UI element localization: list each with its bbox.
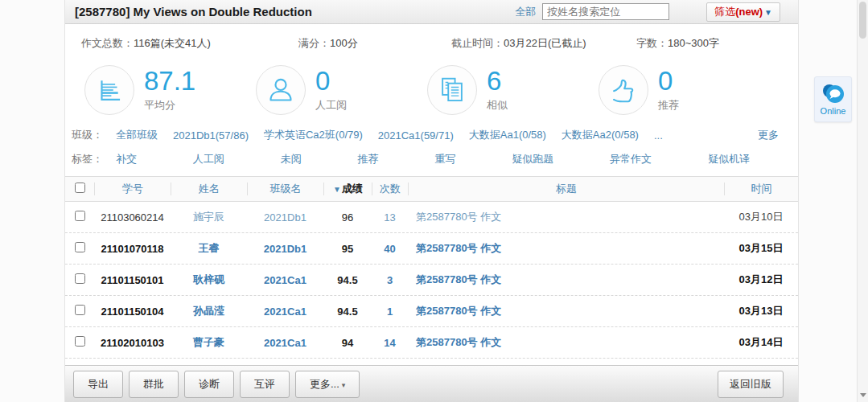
tag-filter-manual-review[interactable]: 人工阅: [193, 152, 224, 166]
manual-review-icon: [256, 65, 306, 115]
row-checkbox[interactable]: [75, 305, 85, 315]
stat-manual-review: 0人工阅: [256, 65, 427, 115]
score-value: 94.5: [323, 306, 372, 318]
student-id: 21102010103: [94, 337, 171, 349]
student-name-link[interactable]: 曹子豪: [193, 336, 224, 348]
essay-title-link[interactable]: 第2587780号 作文: [416, 211, 501, 223]
back-to-old-version-button[interactable]: 返回旧版: [718, 371, 784, 398]
class-filter-item[interactable]: 学术英语Ca2班(0/79): [264, 128, 363, 142]
recommend-value: 0: [658, 68, 679, 95]
submit-time: 03月15日: [724, 241, 798, 256]
tag-filter-abnormal[interactable]: 异常作文: [610, 152, 652, 166]
class-filter-item[interactable]: 2021Db1(57/86): [173, 129, 249, 142]
class-filter-all[interactable]: 全部班级: [116, 128, 158, 142]
average-score-icon: [84, 65, 134, 115]
table-row[interactable]: 21102010103 曹子豪 2021Ca1 94 14 第2587780号 …: [65, 327, 798, 359]
header-attempts[interactable]: 次数: [372, 183, 408, 195]
row-checkbox[interactable]: [75, 211, 85, 221]
student-id: 21101150104: [94, 306, 171, 318]
header-name[interactable]: 姓名: [171, 183, 247, 195]
class-name-link[interactable]: 2021Db1: [264, 211, 306, 224]
tag-row-label: 标签：: [72, 152, 103, 166]
table-row[interactable]: 21101150104 孙晶滢 2021Ca1 94.5 1 第2587780号…: [65, 296, 798, 327]
essay-title-link[interactable]: 第2587780号 作文: [416, 305, 501, 317]
attempts-link[interactable]: 13: [384, 211, 395, 224]
summary-total: 作文总数：116篇(未交41人): [81, 36, 298, 51]
class-name-link[interactable]: 2021Db1: [264, 243, 306, 255]
summary-full-score: 满分：100分: [298, 36, 451, 51]
student-name-link[interactable]: 孙晶滢: [193, 305, 224, 317]
class-filter-item[interactable]: 大数据Aa2(0/58): [562, 128, 639, 142]
essay-title-link[interactable]: 第2587780号 作文: [416, 273, 501, 285]
vertical-scrollbar[interactable]: [857, 0, 868, 402]
student-name-link[interactable]: 施宇辰: [193, 211, 224, 223]
submit-time: 03月12日: [724, 273, 798, 287]
peer-review-button[interactable]: 互评: [240, 371, 290, 398]
essay-title-link[interactable]: 第2587780号 作文: [416, 336, 501, 348]
tag-filter-offtopic[interactable]: 疑似跑题: [512, 152, 553, 166]
attempts-link[interactable]: 1: [387, 306, 393, 318]
class-name-link[interactable]: 2021Ca1: [264, 274, 306, 286]
online-chat-widget[interactable]: Online: [814, 76, 852, 122]
row-checkbox[interactable]: [75, 336, 85, 347]
table-header-row: 学号 姓名 班级名 ▼成绩 次数 标题 时间: [65, 176, 798, 202]
recommend-icon: [599, 65, 648, 115]
student-name-link[interactable]: 耿梓砚: [193, 273, 224, 285]
select-all-checkbox[interactable]: [75, 183, 85, 193]
scroll-down-arrow-icon[interactable]: [860, 393, 866, 397]
student-id: 21101070118: [94, 243, 171, 255]
manual-review-value: 0: [315, 68, 347, 95]
batch-grade-button[interactable]: 群批: [129, 371, 179, 398]
stat-circles: 87.1平均分 0人工阅 6相似: [65, 51, 798, 123]
class-name-link[interactable]: 2021Ca1: [264, 337, 306, 349]
class-filter-ellipsis[interactable]: ...: [654, 129, 663, 142]
score-value: 96: [323, 211, 372, 224]
header-time[interactable]: 时间: [724, 183, 798, 195]
title-bar: [2587780] My Views on Double Reduction 全…: [65, 0, 798, 24]
tag-filter-recommend[interactable]: 推荐: [358, 152, 379, 166]
similarity-label: 相似: [487, 98, 508, 113]
header-score-sort[interactable]: ▼成绩: [323, 183, 372, 195]
attempts-link[interactable]: 40: [384, 243, 395, 255]
student-table: 学号 姓名 班级名 ▼成绩 次数 标题 时间 21103060214 施宇辰 2…: [65, 176, 798, 359]
export-button[interactable]: 导出: [73, 371, 123, 398]
score-value: 94.5: [323, 274, 372, 286]
search-input[interactable]: [542, 3, 669, 20]
table-row[interactable]: 21101150101 耿梓砚 2021Ca1 94.5 3 第2587780号…: [65, 265, 798, 296]
chevron-down-icon: ▾: [342, 381, 346, 389]
more-button[interactable]: 更多...▾: [295, 371, 360, 398]
online-label: Online: [821, 106, 846, 116]
score-value: 95: [323, 243, 372, 255]
attempts-link[interactable]: 3: [387, 274, 393, 286]
table-row[interactable]: 21101070118 王睿 2021Db1 95 40 第2587780号 作…: [65, 233, 798, 265]
tag-filter-late[interactable]: 补交: [116, 152, 137, 166]
class-filter-row: 班级： 全部班级 2021Db1(57/86) 学术英语Ca2班(0/79) 2…: [65, 125, 798, 146]
class-more-link[interactable]: 更多: [758, 128, 779, 142]
class-name-link[interactable]: 2021Ca1: [264, 306, 306, 318]
tag-filter-machine-translated[interactable]: 疑似机译: [708, 152, 750, 166]
scrollbar-thumb[interactable]: [859, 2, 866, 39]
row-checkbox[interactable]: [75, 242, 85, 252]
header-title[interactable]: 标题: [408, 183, 724, 195]
tag-filter-rewrite[interactable]: 重写: [434, 152, 455, 166]
student-name-link[interactable]: 王睿: [199, 242, 220, 254]
filter-new-badge: (new): [735, 6, 763, 18]
assignment-summary: 作文总数：116篇(未交41人) 满分：100分 截止时间：03月22日(已截止…: [65, 24, 798, 51]
filter-label: 筛选: [714, 6, 735, 18]
table-row[interactable]: 21103060214 施宇辰 2021Db1 96 13 第2587780号 …: [65, 202, 798, 233]
class-filter-item[interactable]: 2021Ca1(59/71): [378, 129, 454, 142]
diagnose-button[interactable]: 诊断: [184, 371, 234, 398]
all-filter-link[interactable]: 全部: [515, 5, 536, 19]
filter-new-button[interactable]: 筛选(new)▼: [706, 2, 780, 22]
header-student-id[interactable]: 学号: [94, 183, 171, 195]
tag-filter-unread[interactable]: 未阅: [281, 152, 302, 166]
header-class-name[interactable]: 班级名: [247, 183, 323, 195]
stat-similarity: 6相似: [427, 65, 599, 115]
class-filter-item[interactable]: 大数据Aa1(0/58): [469, 128, 546, 142]
essay-title-link[interactable]: 第2587780号 作文: [416, 242, 501, 254]
score-value: 94: [323, 337, 372, 349]
stat-recommend: 0推荐: [599, 65, 770, 115]
attempts-link[interactable]: 14: [384, 337, 395, 349]
row-checkbox[interactable]: [75, 273, 85, 284]
similarity-icon: [427, 65, 477, 115]
